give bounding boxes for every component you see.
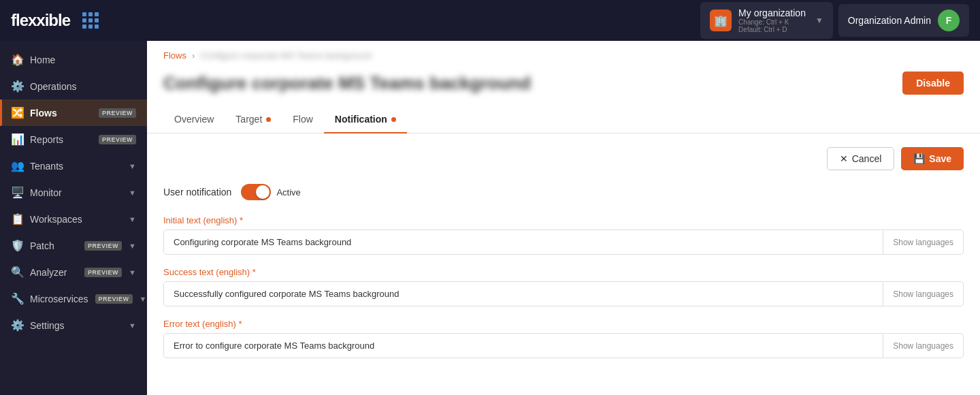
toggle-wrap: Active (241, 184, 300, 200)
success-text-field-group: Success text (english) * Show languages (163, 267, 964, 306)
sidebar-item-reports[interactable]: 📊 Reports PREVIEW (0, 126, 147, 153)
tenants-icon: 👥 (11, 159, 23, 172)
preview-badge: PREVIEW (95, 294, 133, 304)
show-languages-button-success[interactable]: Show languages (883, 283, 963, 306)
sidebar-item-operations[interactable]: ⚙️ Operations (0, 73, 147, 99)
sidebar-item-settings[interactable]: ⚙️ Settings ▼ (0, 312, 147, 338)
content-area: ✕ Cancel 💾 Save User notification (147, 133, 980, 384)
logo[interactable]: flexxible (11, 11, 99, 30)
settings-icon: ⚙️ (11, 319, 23, 332)
breadcrumb-flows-link[interactable]: Flows (163, 50, 186, 61)
user-notification-toggle[interactable] (241, 184, 271, 200)
operations-icon: ⚙️ (11, 80, 23, 93)
chevron-down-icon: ▼ (129, 189, 136, 197)
top-navigation: flexxible 🏢 My organization Change: Ctrl… (0, 0, 980, 41)
preview-badge: PREVIEW (84, 241, 122, 251)
org-info: My organization Change: Ctrl + K Default… (738, 7, 806, 33)
sidebar-item-microservices[interactable]: 🔧 Microservices PREVIEW ▼ (0, 285, 147, 312)
main-content: Flows › Configure corporate MS Teams bac… (147, 41, 980, 395)
initial-text-field-group: Initial text (english) * Show languages (163, 215, 964, 255)
flows-icon: 🔀 (11, 106, 23, 119)
sidebar-item-patch[interactable]: 🛡️ Patch PREVIEW ▼ (0, 232, 147, 259)
notification-section: User notification Active Initial text (e… (163, 184, 964, 358)
org-shortcuts: Change: Ctrl + K Default: Ctrl + D (738, 18, 806, 33)
page-header: Configure corporate MS Teams background … (147, 66, 980, 106)
microservices-icon: 🔧 (11, 292, 23, 305)
app-layout: 🏠 Home ⚙️ Operations 🔀 Flows PREVIEW 📊 R… (0, 41, 980, 395)
preview-badge: PREVIEW (84, 268, 122, 277)
sidebar-item-flows[interactable]: 🔀 Flows PREVIEW (0, 99, 147, 126)
chevron-down-icon: ▼ (129, 242, 136, 250)
error-text-input-wrap: Show languages (163, 333, 964, 358)
avatar: F (938, 10, 960, 31)
show-languages-button-initial[interactable]: Show languages (883, 231, 963, 254)
show-languages-button-error[interactable]: Show languages (883, 334, 963, 358)
sidebar-item-workspaces[interactable]: 📋 Workspaces ▼ (0, 206, 147, 232)
sidebar-item-label: Patch (30, 240, 78, 251)
sidebar-item-label: Home (30, 54, 136, 65)
sidebar-item-label: Monitor (30, 187, 122, 198)
user-menu[interactable]: Organization Admin F (838, 4, 969, 37)
sidebar-item-label: Tenants (30, 161, 122, 172)
success-text-label: Success text (english) * (163, 267, 964, 277)
cancel-button[interactable]: ✕ Cancel (827, 147, 895, 170)
success-text-input[interactable] (164, 282, 883, 306)
sidebar-item-home[interactable]: 🏠 Home (0, 46, 147, 73)
sidebar-item-label: Microservices (30, 294, 88, 304)
save-button[interactable]: 💾 Save (901, 147, 964, 170)
initial-text-input[interactable] (164, 230, 883, 254)
home-icon: 🏠 (11, 53, 23, 66)
chevron-down-icon: ▼ (129, 268, 136, 276)
error-text-input[interactable] (164, 334, 883, 358)
reports-icon: 📊 (11, 133, 23, 146)
org-icon: 🏢 (710, 10, 732, 31)
breadcrumb: Flows › Configure corporate MS Teams bac… (147, 41, 980, 66)
tab-notification[interactable]: Notification (324, 106, 407, 133)
sidebar-item-label: Analyzer (30, 267, 78, 278)
org-name: My organization (738, 7, 806, 18)
analyzer-icon: 🔍 (11, 266, 23, 279)
chevron-down-icon: ▼ (129, 321, 136, 330)
sidebar-item-analyzer[interactable]: 🔍 Analyzer PREVIEW ▼ (0, 259, 147, 285)
sidebar-item-label: Settings (30, 320, 122, 331)
topnav-right: 🏢 My organization Change: Ctrl + K Defau… (700, 2, 969, 39)
error-text-label: Error text (english) * (163, 319, 964, 329)
tab-dot (391, 117, 396, 122)
tabs-bar: Overview Target Flow Notification (147, 106, 980, 133)
chevron-down-icon: ▼ (140, 295, 147, 303)
toggle-knob (256, 185, 270, 199)
logo-text: flexxible (11, 11, 70, 30)
toggle-active-label: Active (276, 187, 300, 198)
page-title: Configure corporate MS Teams background (163, 73, 531, 94)
chevron-down-icon: ▼ (129, 162, 136, 170)
tab-target[interactable]: Target (225, 106, 282, 133)
chevron-down-icon: ▼ (129, 215, 136, 223)
active-indicator (0, 99, 2, 126)
logo-dots (82, 12, 99, 29)
save-icon: 💾 (913, 153, 925, 164)
success-text-input-wrap: Show languages (163, 281, 964, 306)
tab-dot (266, 117, 271, 122)
sidebar-item-label: Flows (30, 108, 92, 118)
action-bar: ✕ Cancel 💾 Save (163, 147, 964, 170)
user-notification-row: User notification Active (163, 184, 964, 200)
tab-overview[interactable]: Overview (163, 106, 225, 133)
cancel-icon: ✕ (840, 153, 848, 164)
sidebar-item-label: Workspaces (30, 214, 122, 225)
error-text-field-group: Error text (english) * Show languages (163, 319, 964, 358)
initial-text-label: Initial text (english) * (163, 215, 964, 225)
sidebar-item-tenants[interactable]: 👥 Tenants ▼ (0, 153, 147, 179)
chevron-down-icon: ▼ (815, 16, 823, 25)
tab-flow[interactable]: Flow (282, 106, 324, 133)
user-notification-label: User notification (163, 187, 231, 198)
disable-button[interactable]: Disable (902, 72, 964, 95)
org-selector[interactable]: 🏢 My organization Change: Ctrl + K Defau… (700, 2, 833, 39)
sidebar-item-monitor[interactable]: 🖥️ Monitor ▼ (0, 179, 147, 206)
workspaces-icon: 📋 (11, 212, 23, 225)
main-inner: Flows › Configure corporate MS Teams bac… (147, 41, 980, 395)
preview-badge: PREVIEW (99, 135, 136, 144)
preview-badge: PREVIEW (99, 108, 136, 118)
user-name: Organization Admin (848, 15, 931, 26)
initial-text-input-wrap: Show languages (163, 230, 964, 255)
breadcrumb-separator: › (192, 50, 195, 61)
